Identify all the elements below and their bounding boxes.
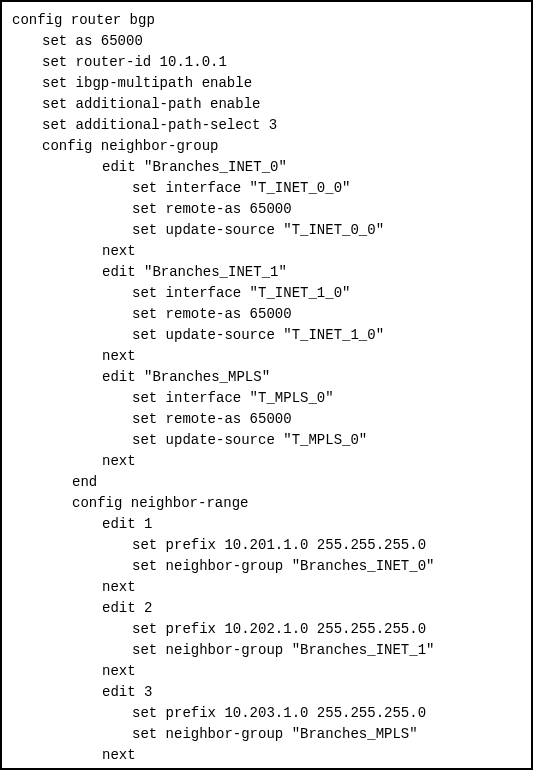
config-line: edit 1 — [12, 514, 521, 535]
config-line: set remote-as 65000 — [12, 199, 521, 220]
config-line: end — [12, 472, 521, 493]
config-line: set router-id 10.1.0.1 — [12, 52, 521, 73]
config-line: next — [12, 661, 521, 682]
config-line: set interface "T_MPLS_0" — [12, 388, 521, 409]
config-line: set interface "T_INET_0_0" — [12, 178, 521, 199]
config-line: set update-source "T_INET_1_0" — [12, 325, 521, 346]
config-line: next — [12, 451, 521, 472]
config-line: config neighbor-range — [12, 493, 521, 514]
config-line: set as 65000 — [12, 31, 521, 52]
config-line: set remote-as 65000 — [12, 409, 521, 430]
config-line: set prefix 10.202.1.0 255.255.255.0 — [12, 619, 521, 640]
config-line: set ibgp-multipath enable — [12, 73, 521, 94]
config-line: edit 2 — [12, 598, 521, 619]
config-line: set update-source "T_INET_0_0" — [12, 220, 521, 241]
config-line: set neighbor-group "Branches_MPLS" — [12, 724, 521, 745]
config-line: set remote-as 65000 — [12, 304, 521, 325]
config-line: end — [12, 766, 521, 770]
config-line: set update-source "T_MPLS_0" — [12, 430, 521, 451]
config-line: edit "Branches_INET_0" — [12, 157, 521, 178]
config-line: set additional-path-select 3 — [12, 115, 521, 136]
config-line: set interface "T_INET_1_0" — [12, 283, 521, 304]
config-line: next — [12, 577, 521, 598]
config-line: config neighbor-group — [12, 136, 521, 157]
config-line: edit "Branches_INET_1" — [12, 262, 521, 283]
config-line: next — [12, 346, 521, 367]
config-line: edit "Branches_MPLS" — [12, 367, 521, 388]
config-line: set prefix 10.203.1.0 255.255.255.0 — [12, 703, 521, 724]
config-line: set neighbor-group "Branches_INET_1" — [12, 640, 521, 661]
config-line: set additional-path enable — [12, 94, 521, 115]
config-line: set prefix 10.201.1.0 255.255.255.0 — [12, 535, 521, 556]
config-code-block: config router bgpset as 65000set router-… — [0, 0, 533, 770]
config-line: next — [12, 241, 521, 262]
config-line: config router bgp — [12, 10, 521, 31]
config-line: next — [12, 745, 521, 766]
config-line: edit 3 — [12, 682, 521, 703]
config-line: set neighbor-group "Branches_INET_0" — [12, 556, 521, 577]
